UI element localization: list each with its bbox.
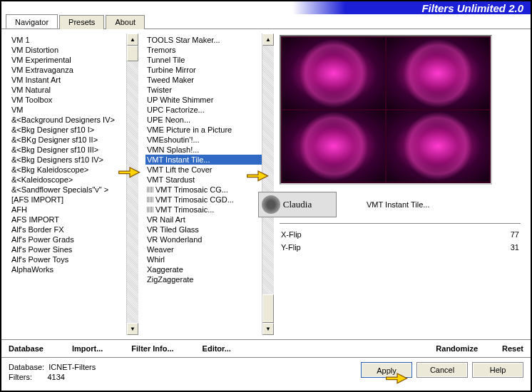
tab-presets[interactable]: Presets: [59, 15, 104, 29]
list-item[interactable]: Turbine Mirror: [145, 65, 262, 75]
list-item[interactable]: VMT Trimosaic CG...: [145, 185, 262, 195]
filter-name-row: Claudia VMT Instant Tile...: [280, 192, 521, 217]
scroll-up-icon[interactable]: ▲: [262, 33, 274, 46]
filter-list[interactable]: TOOLS Star Maker...TremorsTunnel TileTur…: [141, 33, 262, 335]
author-badge: Claudia: [258, 192, 337, 217]
bottom-bar: Database: ICNET-Filters Filters: 4134 Ap…: [1, 357, 531, 386]
toolbar-action[interactable]: Filter Info...: [130, 343, 175, 354]
list-item[interactable]: VMT Lift the Cover: [145, 165, 262, 175]
toolbar-right: RandomizeReset: [434, 343, 525, 354]
list-item[interactable]: VMT Trimosaic CGD...: [145, 195, 262, 205]
preview-panel: Claudia VMT Instant Tile... X-Flip77Y-Fl…: [277, 33, 526, 335]
toolbar-action[interactable]: Import...: [71, 343, 104, 354]
toolbar-action[interactable]: Randomize: [434, 343, 479, 354]
param-name: X-Flip: [281, 230, 302, 239]
toolbar-action[interactable]: Database: [7, 343, 45, 354]
list-item[interactable]: &<Kaleidoscope>: [10, 175, 126, 185]
divider: [280, 223, 521, 224]
filter-list-container: TOOLS Star Maker...TremorsTunnel TileTur…: [141, 33, 274, 335]
toolbar-left: DatabaseImport...Filter Info...Editor...: [7, 343, 406, 354]
list-item[interactable]: Tunnel Tile: [145, 55, 262, 65]
list-item[interactable]: &<BKg Designer sf10 II>: [10, 135, 126, 145]
current-filter-name: VMT Instant Tile...: [365, 199, 521, 210]
list-item[interactable]: Twister: [145, 85, 262, 95]
param-value: 31: [511, 243, 519, 252]
list-item[interactable]: Alf's Power Grads: [10, 234, 126, 244]
status-db-label: Database:: [9, 363, 44, 371]
param-name: Y-Flip: [281, 243, 301, 252]
list-item[interactable]: VM Experimental: [10, 55, 126, 65]
status-filters-value: 4134: [47, 373, 64, 381]
list-item[interactable]: &<Bkg Designer sf10 III>: [10, 145, 126, 155]
scroll-down-icon[interactable]: ▼: [127, 323, 138, 335]
scrollbar-thumb[interactable]: [127, 46, 138, 61]
list-item[interactable]: [AFS IMPORT]: [10, 195, 126, 205]
list-item[interactable]: Tremors: [145, 45, 262, 55]
category-scrollbar[interactable]: ▲ ▼: [126, 33, 138, 335]
toolbar-action[interactable]: Editor...: [201, 343, 232, 354]
list-item[interactable]: Weaver: [145, 244, 262, 254]
list-item[interactable]: UPE Neon...: [145, 115, 262, 125]
list-item[interactable]: TOOLS Star Maker...: [145, 35, 262, 45]
cancel-button[interactable]: Cancel: [416, 362, 468, 378]
list-item[interactable]: UPC Factorize...: [145, 105, 262, 115]
status-area: Database: ICNET-Filters Filters: 4134: [9, 362, 361, 382]
list-item[interactable]: VM: [10, 105, 126, 115]
list-item[interactable]: Alf's Power Sines: [10, 244, 126, 254]
list-item[interactable]: VR Nail Art: [145, 215, 262, 225]
list-item[interactable]: &<Sandflower Specials"v" >: [10, 185, 126, 195]
list-item[interactable]: VM Toolbox: [10, 95, 126, 105]
list-item[interactable]: VR Wonderland: [145, 234, 262, 244]
list-item[interactable]: VM 1: [10, 35, 126, 45]
list-item[interactable]: UP White Shimmer: [145, 95, 262, 105]
help-button[interactable]: Help: [472, 362, 523, 378]
list-item[interactable]: VM Instant Art: [10, 75, 126, 85]
list-item[interactable]: VM Extravaganza: [10, 65, 126, 75]
tab-about[interactable]: About: [106, 15, 145, 29]
list-item[interactable]: VMT Stardust: [145, 175, 262, 185]
apply-button[interactable]: Apply: [361, 362, 412, 378]
main-area: VM 1VM DistortionVM ExperimentalVM Extra…: [1, 29, 531, 339]
category-list-container: VM 1VM DistortionVM ExperimentalVM Extra…: [6, 33, 138, 335]
list-item[interactable]: Whirl: [145, 254, 262, 264]
list-item[interactable]: &<Bkg Designers sf10 IV>: [10, 155, 126, 165]
tab-navigator[interactable]: Navigator: [6, 14, 58, 29]
scroll-down-icon[interactable]: ▼: [262, 323, 274, 335]
list-item[interactable]: VMT Instant Tile...: [145, 155, 262, 165]
tab-strip: Navigator Presets About: [1, 14, 531, 29]
dialog-buttons: Apply Cancel Help: [361, 362, 523, 378]
app-title: Filters Unlimited 2.0: [421, 2, 523, 14]
list-item[interactable]: AFS IMPORT: [10, 215, 126, 225]
status-db-value: ICNET-Filters: [48, 363, 96, 371]
list-item[interactable]: VR Tiled Glass: [145, 225, 262, 234]
list-item[interactable]: &<Bkg Designer sf10 I>: [10, 125, 126, 135]
list-item[interactable]: Alf's Power Toys: [10, 254, 126, 264]
scroll-up-icon[interactable]: ▲: [127, 33, 138, 46]
parameter-list: X-Flip77Y-Flip31: [280, 228, 521, 254]
param-row[interactable]: X-Flip77: [280, 228, 521, 241]
list-item[interactable]: VME Picture in a Picture: [145, 125, 262, 135]
list-item[interactable]: VMT Trimosaic...: [145, 205, 262, 215]
list-item[interactable]: VMN Splash!...: [145, 145, 262, 155]
list-item[interactable]: VM Natural: [10, 85, 126, 95]
list-item[interactable]: Xaggerate: [145, 264, 262, 274]
toolbar-action[interactable]: Reset: [501, 343, 525, 354]
list-item[interactable]: Alf's Border FX: [10, 225, 126, 234]
scrollbar-thumb[interactable]: [262, 294, 274, 323]
title-bar: Filters Unlimited 2.0: [1, 1, 531, 14]
list-item[interactable]: AlphaWorks: [10, 264, 126, 274]
list-item[interactable]: Tweed Maker: [145, 75, 262, 85]
status-filters-label: Filters:: [9, 373, 32, 381]
list-item[interactable]: VMEshoutin'!...: [145, 135, 262, 145]
list-item[interactable]: VM Distortion: [10, 45, 126, 55]
list-item[interactable]: &<Background Designers IV>: [10, 115, 126, 125]
param-row[interactable]: Y-Flip31: [280, 241, 521, 254]
toolbar: DatabaseImport...Filter Info...Editor...…: [1, 339, 531, 357]
list-item[interactable]: ZigZaggerate: [145, 274, 262, 284]
list-item[interactable]: &<Bkg Kaleidoscope>: [10, 165, 126, 175]
preview-image: [280, 35, 492, 185]
category-list[interactable]: VM 1VM DistortionVM ExperimentalVM Extra…: [6, 33, 126, 335]
filter-scrollbar[interactable]: ▲ ▼: [262, 33, 274, 335]
list-item[interactable]: AFH: [10, 205, 126, 215]
param-value: 77: [511, 230, 519, 239]
